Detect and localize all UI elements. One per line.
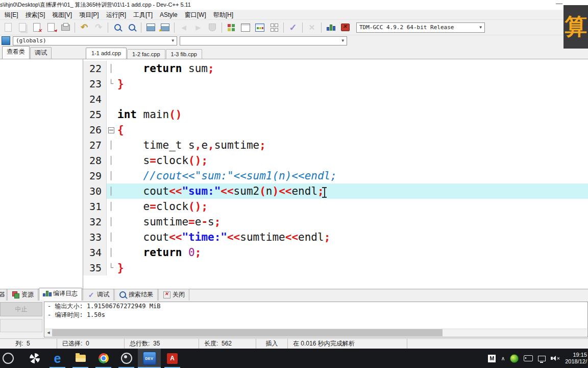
abort-button[interactable]: 中止 (0, 302, 42, 316)
chrome-icon[interactable] (92, 349, 115, 368)
code-text[interactable]: s=clock(); (115, 153, 588, 168)
horizontal-scrollbar[interactable]: ◀ (45, 329, 587, 336)
code-text[interactable]: //cout<<"sum:"<<sum1(n)<<endl; (115, 168, 588, 183)
scroll-left-arrow-icon[interactable]: ◀ (45, 329, 52, 336)
bottom-tab-1[interactable]: 资源 (7, 289, 38, 301)
editor-line-24[interactable]: 24 (83, 91, 588, 107)
report-window-icon[interactable] (2, 36, 10, 45)
editor-line-31[interactable]: 31│ e=clock(); (83, 199, 588, 214)
line-number[interactable]: 31 (83, 199, 107, 214)
print-icon[interactable] (59, 21, 72, 34)
acrobat-icon[interactable]: A (161, 349, 184, 368)
left-tab-1[interactable]: 调试 (30, 47, 52, 59)
editor-line-34[interactable]: 34│ return 0; (83, 245, 588, 260)
line-number[interactable]: 27 (83, 137, 107, 153)
find-icon[interactable] (111, 21, 124, 34)
code-text[interactable] (115, 91, 588, 107)
editor-line-35[interactable]: 35└} (83, 260, 588, 275)
file-tab-0[interactable]: 1-1 add.cpp (86, 48, 127, 59)
line-number[interactable]: 35 (83, 260, 107, 275)
code-text[interactable]: e=clock(); (115, 199, 588, 214)
code-text[interactable]: { (115, 122, 588, 137)
line-number[interactable]: 23 (83, 76, 107, 91)
fold-margin[interactable] (107, 122, 115, 137)
code-text[interactable]: sumtime=e-s; (115, 214, 588, 229)
menu-item-5[interactable]: 工具[T] (130, 10, 156, 20)
code-text[interactable]: time_t s,e,sumtime; (115, 137, 588, 153)
taskbar-clock[interactable]: 19:15 2018/12/ (565, 352, 587, 365)
safety-center-icon[interactable] (510, 354, 519, 363)
line-number[interactable]: 32 (83, 214, 107, 229)
code-text[interactable]: return 0; (115, 245, 588, 260)
close-all-icon[interactable] (44, 21, 58, 34)
devcpp-icon[interactable]: DEV (138, 349, 161, 368)
bottom-tab-5[interactable]: 关闭 (158, 289, 189, 301)
file-tab-2[interactable]: 1-3 fib.cpp (166, 49, 202, 59)
menu-item-0[interactable]: 辑[E] (1, 10, 22, 20)
find-next-icon[interactable] (125, 21, 138, 34)
edge-icon[interactable]: e (46, 349, 69, 368)
editor-line-23[interactable]: 23└} (83, 76, 588, 91)
menu-item-8[interactable]: 帮助[H] (210, 10, 237, 20)
code-text[interactable]: return sum; (115, 61, 588, 76)
line-number[interactable]: 30 (83, 183, 107, 199)
line-number[interactable]: 26 (83, 122, 107, 137)
line-number[interactable]: 28 (83, 153, 107, 168)
volume-muted-icon[interactable]: ✕ (551, 356, 560, 361)
compiler-select[interactable]: TDM-GCC 4.9.2 64-bit Release ▼ (356, 22, 485, 33)
line-number[interactable]: 25 (83, 107, 107, 122)
ime-keyboard-icon[interactable] (524, 355, 533, 361)
editor-line-33[interactable]: 33│ cout<<"time:"<<sumtime<<endl; (83, 229, 588, 245)
bottom-tab-4[interactable]: 搜索结果 (114, 289, 158, 301)
menu-item-3[interactable]: 项目[P] (76, 10, 103, 20)
profile-icon[interactable] (324, 21, 337, 34)
scrollbar-thumb[interactable] (52, 329, 443, 336)
code-text[interactable]: } (115, 260, 588, 275)
syntax-check-icon[interactable]: ✓ (286, 21, 300, 34)
delete-profiling-icon[interactable] (338, 21, 352, 34)
goto-panel-icon[interactable] (158, 21, 172, 34)
globals-select[interactable]: (globals) ▼ (13, 36, 177, 45)
menu-item-4[interactable]: 运行[R] (103, 10, 130, 20)
minimize-button[interactable]: — (556, 0, 562, 7)
editor-line-29[interactable]: 29│ //cout<<"sum:"<<sum1(n)<<endl; (83, 168, 588, 183)
tray-m-icon[interactable]: M (488, 355, 496, 362)
menu-item-2[interactable]: 视图[V] (48, 10, 76, 20)
rebuild-icon[interactable] (267, 21, 281, 34)
code-editor[interactable]: 22│ return sum;23└}2425int main()26{27│ … (83, 59, 588, 289)
fold-box-icon[interactable] (108, 127, 114, 133)
bottom-tab-3[interactable]: ✓调试 (83, 289, 114, 301)
editor-line-27[interactable]: 27│ time_t s,e,sumtime; (83, 137, 588, 153)
class-browser-panel[interactable] (0, 59, 83, 289)
network-icon[interactable] (538, 356, 546, 361)
close-file-icon[interactable] (30, 21, 43, 34)
line-number[interactable]: 33 (83, 229, 107, 245)
project-panel-icon[interactable] (144, 21, 157, 34)
compile-run-icon[interactable] (253, 21, 266, 34)
pinwheel-app-icon[interactable] (23, 349, 46, 368)
members-select[interactable]: ▼ (180, 36, 347, 45)
file-tab-1[interactable]: 1-2 fac.cpp (127, 49, 165, 59)
obs-icon[interactable] (115, 349, 138, 368)
tray-chevron-up-icon[interactable]: ∧ (501, 355, 505, 362)
menu-item-6[interactable]: AStyle (156, 11, 181, 19)
editor-line-28[interactable]: 28│ s=clock(); (83, 153, 588, 168)
code-text[interactable]: } (115, 76, 588, 91)
line-number[interactable]: 29 (83, 168, 107, 183)
run-icon[interactable] (239, 21, 252, 34)
undo-icon[interactable]: ↶ (78, 21, 91, 34)
code-text[interactable]: cout<<"sum:"<<sum2(n)<<endl; (115, 183, 588, 199)
editor-line-26[interactable]: 26{ (83, 122, 588, 137)
code-text[interactable]: int main() (115, 107, 588, 122)
file-explorer-icon[interactable] (69, 349, 92, 368)
code-text[interactable]: cout<<"time:"<<sumtime<<endl; (115, 229, 588, 245)
line-number[interactable]: 22 (83, 61, 107, 76)
compile-icon[interactable] (225, 21, 238, 34)
editor-line-22[interactable]: 22│ return sum; (83, 61, 588, 76)
menu-item-1[interactable]: 搜索[S] (22, 10, 49, 20)
menu-item-7[interactable]: 窗口[W] (181, 10, 210, 20)
left-tab-0[interactable]: 查看类 (2, 46, 30, 59)
line-number[interactable]: 34 (83, 245, 107, 260)
bottom-tab-0[interactable]: 编译器 (0, 289, 7, 301)
line-number[interactable]: 24 (83, 91, 107, 107)
